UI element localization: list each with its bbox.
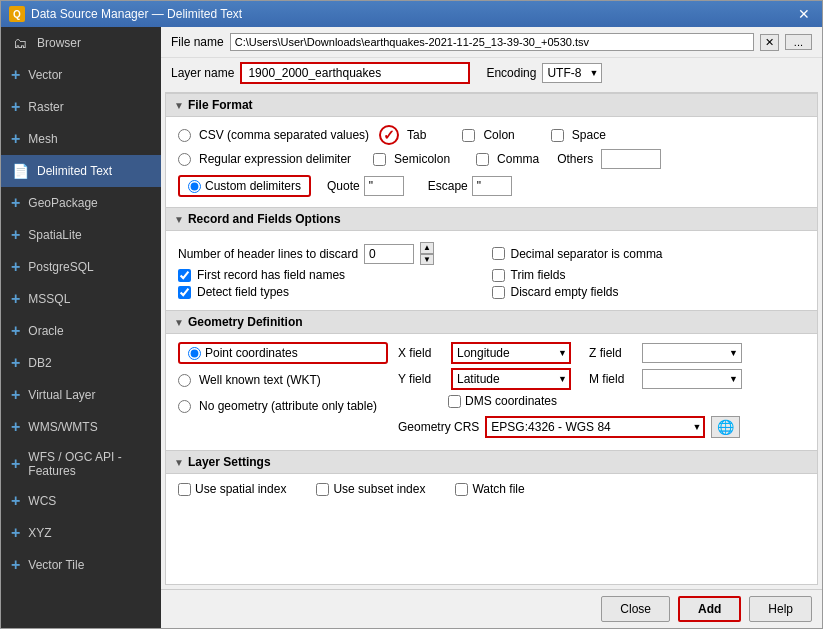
wkt-radio[interactable] [178,374,191,387]
first-record-checkbox[interactable] [178,269,191,282]
sidebar-item-postgresql[interactable]: + PostgreSQL [1,251,161,283]
sidebar-item-wfs-ogc[interactable]: + WFS / OGC API - Features [1,443,161,485]
csv-label: CSV (comma separated values) [199,128,369,142]
watch-file-checkbox[interactable] [455,483,468,496]
file-browse-button[interactable]: ... [785,34,812,50]
space-checkbox[interactable] [551,129,564,142]
sidebar-label-spatialite: SpatiaLite [28,228,81,242]
trim-fields-label: Trim fields [511,268,566,282]
subset-index-checkbox[interactable] [316,483,329,496]
sidebar-label-mssql: MSSQL [28,292,70,306]
decimal-separator-label: Decimal separator is comma [511,247,663,261]
tab-label: Tab [407,128,426,142]
point-coords-label: Point coordinates [205,346,298,360]
layer-name-input[interactable] [240,62,470,84]
sidebar-label-db2: DB2 [28,356,51,370]
add-icon-db2: + [11,354,20,372]
layer-settings-title: Layer Settings [188,455,271,469]
no-geometry-radio[interactable] [178,400,191,413]
file-bar: File name ✕ ... [161,27,822,58]
spatial-index-checkbox[interactable] [178,483,191,496]
header-lines-spinner: ▲ ▼ [420,242,434,265]
help-button[interactable]: Help [749,596,812,622]
csv-radio-row: CSV (comma separated values) [178,128,369,142]
file-path-input[interactable] [230,33,754,51]
x-field-select[interactable]: Longitude Latitude depth mag [451,342,571,364]
sidebar-label-wms-wmts: WMS/WMTS [28,420,97,434]
colon-checkbox[interactable] [462,129,475,142]
colon-label: Colon [483,128,514,142]
sidebar-item-virtual-layer[interactable]: + Virtual Layer [1,379,161,411]
add-icon-wms: + [11,418,20,436]
file-format-header[interactable]: ▼ File Format [166,93,817,117]
sidebar-item-geopackage[interactable]: + GeoPackage [1,187,161,219]
others-input[interactable] [601,149,661,169]
sidebar-item-spatialite[interactable]: + SpatiaLite [1,219,161,251]
layer-settings-row: Use spatial index Use subset index Watch… [178,482,805,496]
add-button[interactable]: Add [678,596,741,622]
globe-button[interactable]: 🌐 [711,416,740,438]
m-field-select[interactable] [642,369,742,389]
crs-select[interactable]: EPSG:4326 - WGS 84 [485,416,705,438]
sidebar-item-vector-tile[interactable]: + Vector Tile [1,549,161,581]
sidebar-label-wcs: WCS [28,494,56,508]
sidebar-item-browser[interactable]: 🗂 Browser [1,27,161,59]
detect-field-types-checkbox[interactable] [178,286,191,299]
sidebar-item-mesh[interactable]: + Mesh [1,123,161,155]
z-field-select[interactable] [642,343,742,363]
sidebar-item-vector[interactable]: + Vector [1,59,161,91]
close-window-button[interactable]: ✕ [794,6,814,22]
header-lines-up[interactable]: ▲ [420,242,434,254]
layer-settings-header[interactable]: ▼ Layer Settings [166,450,817,474]
header-lines-label: Number of header lines to discard [178,247,358,261]
y-field-select[interactable]: Latitude Longitude depth mag [451,368,571,390]
decimal-separator-checkbox[interactable] [492,247,505,260]
custom-delimiters-option[interactable]: Custom delimiters [178,175,311,197]
sidebar-label-virtual-layer: Virtual Layer [28,388,95,402]
sidebar-item-xyz[interactable]: + XYZ [1,517,161,549]
custom-delimiters-label: Custom delimiters [205,179,301,193]
spatial-index-label: Use spatial index [195,482,286,496]
encoding-select[interactable]: UTF-8 [542,63,602,83]
custom-delimiters-radio[interactable] [188,180,201,193]
add-icon-spatialite: + [11,226,20,244]
close-button[interactable]: Close [601,596,670,622]
point-coords-radio[interactable] [188,347,201,360]
decimal-separator-right: Decimal separator is comma [492,247,806,261]
add-icon-mssql: + [11,290,20,308]
record-fields-header[interactable]: ▼ Record and Fields Options [166,207,817,231]
z-field-label: Z field [589,346,634,360]
header-lines-input[interactable] [364,244,414,264]
subset-index-label: Use subset index [333,482,425,496]
sidebar-item-db2[interactable]: + DB2 [1,347,161,379]
tab-checked-circle: ✓ [379,125,399,145]
sidebar-item-delimited-text[interactable]: 📄 Delimited Text [1,155,161,187]
trim-fields-checkbox[interactable] [492,269,505,282]
sidebar: 🗂 Browser + Vector + Raster + Mesh 📄 Del… [1,27,161,628]
comma-checkbox[interactable] [476,153,489,166]
no-geometry-label: No geometry (attribute only table) [199,399,377,413]
semicolon-checkbox[interactable] [373,153,386,166]
csv-radio[interactable] [178,129,191,142]
encoding-label: Encoding [486,66,536,80]
point-coords-option[interactable]: Point coordinates [178,342,388,364]
regex-radio[interactable] [178,153,191,166]
discard-empty-checkbox[interactable] [492,286,505,299]
geometry-header[interactable]: ▼ Geometry Definition [166,310,817,334]
sidebar-label-mesh: Mesh [28,132,57,146]
escape-input[interactable] [472,176,512,196]
layer-settings-body: Use spatial index Use subset index Watch… [166,474,817,504]
spatial-index-item: Use spatial index [178,482,286,496]
delimited-text-icon: 📄 [11,162,29,180]
record-fields-title: Record and Fields Options [188,212,341,226]
sidebar-item-wcs[interactable]: + WCS [1,485,161,517]
file-clear-button[interactable]: ✕ [760,34,779,51]
dms-checkbox[interactable] [448,395,461,408]
sidebar-item-raster[interactable]: + Raster [1,91,161,123]
file-format-body: CSV (comma separated values) ✓ Tab Colon… [166,117,817,207]
quote-input[interactable] [364,176,404,196]
header-lines-down[interactable]: ▼ [420,254,434,266]
sidebar-item-mssql[interactable]: + MSSQL [1,283,161,315]
sidebar-item-wms-wmts[interactable]: + WMS/WMTS [1,411,161,443]
sidebar-item-oracle[interactable]: + Oracle [1,315,161,347]
